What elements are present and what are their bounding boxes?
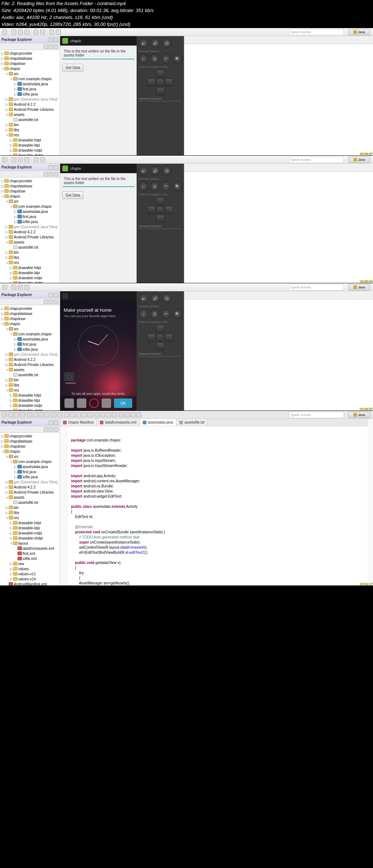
- code-content[interactable]: package com.example.chapio; import java.…: [60, 426, 368, 585]
- output-text[interactable]: This is the text written on the file in …: [62, 175, 134, 187]
- toolbar-btn[interactable]: [24, 30, 30, 35]
- toolbar-btn[interactable]: [49, 30, 54, 35]
- clock-widget[interactable]: [78, 325, 118, 365]
- emulator-screen[interactable]: This is the text written on the file in …: [60, 46, 137, 155]
- emulator-window: chapio This is the text written on the f…: [60, 36, 137, 155]
- power-button[interactable]: ⏻: [162, 166, 172, 175]
- back-button[interactable]: ↶: [161, 309, 170, 319]
- camera-icon[interactable]: [64, 373, 74, 381]
- quick-access-input[interactable]: Quick Access: [289, 156, 344, 163]
- java-perspective-button[interactable]: Java: [348, 412, 370, 418]
- camera-label: Camera: [65, 381, 137, 385]
- volume-down-button[interactable]: 🔉: [139, 38, 148, 48]
- search-button[interactable]: 🔍: [173, 309, 182, 319]
- tab-datafromassets[interactable]: datafromassets.xml: [97, 419, 140, 426]
- nav-apps-button[interactable]: [89, 398, 99, 408]
- search-button[interactable]: 🔍: [173, 54, 182, 63]
- toolbar-btn[interactable]: [2, 30, 7, 35]
- back-button[interactable]: ↶: [161, 182, 170, 191]
- code-editor: chapio Manifest datafromassets.xml asset…: [60, 419, 368, 585]
- dpad-right: [165, 206, 173, 214]
- panel-icon[interactable]: [54, 38, 58, 42]
- output-text[interactable]: This is the text written on the file in …: [62, 48, 134, 59]
- dpad-label: DPAD not enabled in AVD: [139, 321, 182, 323]
- dpad-down: [156, 342, 164, 350]
- home-title: Make yourself at home: [64, 307, 133, 313]
- hw-buttons-label: Hardware Buttons: [139, 50, 182, 52]
- tab-assetsfile[interactable]: assetsfile.txt: [176, 419, 208, 426]
- tab-assetsdata[interactable]: assetsdata.java: [140, 419, 177, 426]
- dpad-right: [165, 78, 173, 86]
- panel-icon[interactable]: [49, 38, 53, 42]
- dpad-down: [156, 215, 164, 223]
- get-data-button[interactable]: Get Data: [62, 64, 83, 71]
- dpad-center: [156, 334, 164, 342]
- get-data-button[interactable]: Get Data: [62, 191, 83, 199]
- home-button[interactable]: ⌂: [139, 309, 148, 319]
- dpad-left: [148, 334, 156, 342]
- project-tree[interactable]: ▷chapcprovider ▷chapdatabase ▷chapdraw ▿…: [0, 50, 60, 155]
- quick-access-input[interactable]: Quick Access: [289, 412, 344, 418]
- menu-button[interactable]: ☰: [150, 182, 159, 191]
- power-button[interactable]: ⏻: [162, 293, 172, 303]
- java-perspective-button[interactable]: Java: [348, 29, 370, 35]
- volume-down-button[interactable]: 🔉: [139, 293, 148, 303]
- frame-1: Quick Access Java Package Explorer ▷chap…: [0, 28, 373, 155]
- home-subtitle: You can put your favorite apps here.: [64, 314, 133, 318]
- hw-keyboard-sub: Use your physical keyboard to provide in…: [139, 227, 182, 230]
- dpad-center: [156, 206, 164, 214]
- hw-keyboard-label: Hardware Keyboard: [139, 353, 182, 355]
- nav-messaging-icon[interactable]: [102, 398, 111, 408]
- panel-btn[interactable]: [44, 44, 48, 49]
- power-button[interactable]: ⏻: [162, 38, 172, 48]
- volume-down-button[interactable]: 🔉: [139, 166, 148, 175]
- file-info-video: Video: h264, yuv420p, 1280x720, 285 kb/s…: [0, 21, 373, 28]
- dpad-down: [156, 87, 164, 95]
- hw-buttons-label: Hardware Buttons: [139, 305, 182, 308]
- timestamp: 00:00:07: [360, 152, 372, 155]
- toolbar-btn[interactable]: [34, 30, 39, 35]
- eclipse-toolbar-full: Quick Access Java: [0, 411, 373, 419]
- home-button[interactable]: ⌂: [139, 182, 148, 191]
- volume-up-button[interactable]: 🔊: [150, 166, 160, 175]
- dpad: [148, 197, 173, 223]
- panel-btn[interactable]: [54, 44, 58, 49]
- quick-access-input[interactable]: Quick Access: [289, 29, 344, 35]
- back-button[interactable]: ↶: [161, 54, 170, 63]
- ok-button[interactable]: OK: [114, 398, 132, 408]
- nav-phone-icon[interactable]: [64, 398, 74, 408]
- file-info-file: File: 2. Reading files from the Assets F…: [0, 0, 373, 7]
- dpad-left: [148, 78, 156, 86]
- emulator-home-screen[interactable]: Make yourself at home You can put your f…: [60, 291, 137, 410]
- quick-access-input[interactable]: Quick Access: [289, 284, 344, 291]
- tab-manifest[interactable]: chapio Manifest: [60, 419, 97, 426]
- search-button[interactable]: 🔍: [173, 182, 182, 191]
- home-button[interactable]: ⌂: [139, 54, 148, 63]
- menu-button[interactable]: ☰: [150, 54, 159, 63]
- dpad-label: DPAD not enabled in AVD: [139, 66, 182, 68]
- emulator-controls: 🔉 🔊 ⏻ Hardware Buttons ⌂ ☰ ↶ 🔍 DPAD not …: [137, 36, 184, 155]
- nav-contacts-icon[interactable]: [77, 398, 86, 408]
- toolbar-btn[interactable]: [11, 30, 16, 35]
- toolbar-btn[interactable]: [40, 30, 45, 35]
- menu-button[interactable]: ☰: [150, 309, 159, 319]
- hw-keyboard-label: Hardware Keyboard: [139, 97, 182, 100]
- dpad: [148, 325, 173, 350]
- toolbar-btn[interactable]: [18, 30, 23, 35]
- toolbar-btn[interactable]: [56, 30, 61, 35]
- dpad-right: [165, 334, 173, 342]
- outline-ruler: [368, 419, 373, 585]
- dpad: [148, 70, 173, 95]
- volume-up-button[interactable]: 🔊: [150, 293, 160, 303]
- dpad-up: [156, 325, 164, 333]
- panel-toolbar: [0, 43, 60, 50]
- file-info-audio: Audio: aac, 44100 Hz, 2 channels, s16, 6…: [0, 14, 373, 21]
- java-perspective-button[interactable]: Java: [348, 284, 370, 291]
- app-icon: [62, 38, 68, 44]
- panel-btn[interactable]: [49, 44, 53, 49]
- volume-up-button[interactable]: 🔊: [150, 38, 160, 48]
- dpad-up: [156, 70, 164, 78]
- java-perspective-button[interactable]: Java: [348, 156, 370, 163]
- editor-tabs: chapio Manifest datafromassets.xml asset…: [60, 419, 368, 426]
- dpad-left: [148, 206, 156, 214]
